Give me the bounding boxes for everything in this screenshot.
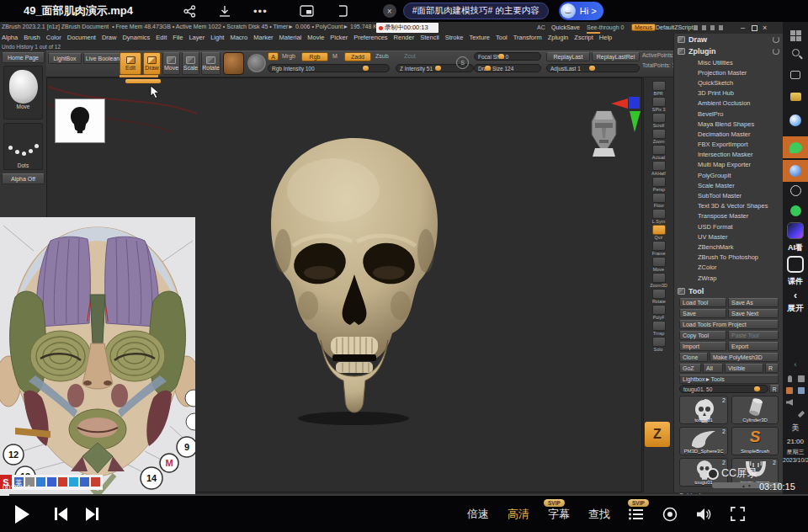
subtool-simplebrush[interactable]: S SimpleBrush xyxy=(731,427,779,455)
courseware-label[interactable]: 课件 xyxy=(783,276,808,287)
lightbox-tools-button[interactable]: Lightbox►Tools xyxy=(679,375,779,384)
scale-button[interactable]: Scale xyxy=(182,52,199,75)
live-boolean-button[interactable]: Live Boolean xyxy=(83,53,122,64)
zplugin-item[interactable]: Maya Blend Shapes xyxy=(674,119,783,129)
right-shelf-button[interactable]: Solo xyxy=(646,337,672,352)
windows-icon[interactable] xyxy=(783,30,808,41)
tool-palette-header[interactable]: Tool xyxy=(674,285,783,297)
menu-item[interactable]: Zplugin xyxy=(548,34,569,41)
quality-button[interactable]: 高清 xyxy=(508,507,529,522)
close-window-button[interactable]: × xyxy=(763,24,767,32)
stroke-preview[interactable]: Dots xyxy=(3,123,43,170)
draw-button[interactable]: Draw xyxy=(143,52,161,75)
zplugin-item[interactable]: Projection Master xyxy=(674,67,783,77)
ime-indicator[interactable]: 美 xyxy=(783,423,808,434)
assistant-pill[interactable]: Hi > xyxy=(559,2,603,20)
clone-button[interactable]: Clone xyxy=(679,353,708,362)
expand-label[interactable]: 展开 xyxy=(783,303,808,314)
courseware-icon[interactable] xyxy=(783,256,808,273)
menu-item[interactable]: Texture xyxy=(469,34,490,41)
alpha-off-button[interactable]: Alpha Off xyxy=(2,173,45,184)
goz-button[interactable]: GoZ xyxy=(679,364,701,373)
menu-item[interactable]: Help xyxy=(599,34,612,41)
ai-app-label[interactable]: AI看 xyxy=(783,242,808,253)
search-icon[interactable] xyxy=(783,49,808,56)
menu-item[interactable]: Picker xyxy=(330,34,348,41)
menu-item[interactable]: Edit xyxy=(156,34,167,41)
home-page-button[interactable]: Home Page xyxy=(2,52,45,63)
brush-preview[interactable]: Move xyxy=(3,66,43,120)
zplugin-item[interactable]: SubTool Master xyxy=(674,190,783,200)
menu-item[interactable]: Material xyxy=(279,34,302,41)
menu-item[interactable]: Stroke xyxy=(445,34,464,41)
rgb-intensity-slider[interactable]: Rgb Intensity 100 xyxy=(268,64,390,72)
subtool-cylinder3d[interactable]: Cylinder3D xyxy=(731,396,779,424)
right-shelf-button[interactable]: Actual xyxy=(646,145,672,160)
qq-icon[interactable] xyxy=(783,160,808,182)
next-episode-button[interactable] xyxy=(86,508,98,521)
menus-button[interactable]: Menus xyxy=(631,24,656,31)
zscript-button[interactable]: DefaultZScript xyxy=(656,24,693,30)
minimize-button[interactable]: – xyxy=(741,24,745,32)
record-icon[interactable] xyxy=(662,507,678,522)
menu-item[interactable]: Document xyxy=(67,34,96,41)
more-options-icon[interactable]: ••• xyxy=(253,5,268,18)
browser-icon[interactable] xyxy=(783,114,808,126)
close-topic-icon[interactable]: × xyxy=(383,4,396,18)
right-shelf-button[interactable]: Zoom3D xyxy=(646,273,672,288)
quicksave-button[interactable]: QuickSave xyxy=(551,24,580,30)
load-tool-button[interactable]: Load Tool xyxy=(679,298,726,307)
menu-item[interactable]: Movie xyxy=(307,34,324,41)
menu-item[interactable]: Color xyxy=(46,34,61,41)
lightbox-button[interactable]: LightBox xyxy=(48,53,82,64)
pen-tray-icon[interactable] xyxy=(789,411,808,418)
menu-item[interactable]: Stencil xyxy=(420,34,439,41)
right-shelf-button[interactable]: L.Sym xyxy=(646,209,672,224)
green-app-icon[interactable] xyxy=(783,205,808,216)
paste-tool-button[interactable]: Paste Tool xyxy=(728,331,779,340)
save-next-button[interactable]: Save Next xyxy=(728,309,779,318)
menu-item[interactable]: Render xyxy=(394,34,415,41)
zbrush-z-tile[interactable]: Z xyxy=(645,419,670,447)
app-circle-icon[interactable] xyxy=(783,185,808,196)
zplugin-item[interactable]: Decimation Master xyxy=(674,129,783,139)
import-button[interactable]: Import xyxy=(679,342,726,351)
menu-item[interactable]: Layer xyxy=(189,34,205,41)
mrgb-toggle[interactable]: Mrgb xyxy=(282,53,295,59)
rgb-toggle[interactable]: Rgb xyxy=(301,52,328,61)
replay-last-rel-button[interactable]: ReplayLastRel xyxy=(592,52,640,61)
menu-item[interactable]: Transform xyxy=(513,34,542,41)
titlebar-icons[interactable] xyxy=(694,25,727,30)
right-shelf-button[interactable]: SPix 3 xyxy=(646,97,672,112)
find-button[interactable]: 查找 xyxy=(588,507,610,522)
right-shelf-button[interactable]: Floor xyxy=(646,193,672,208)
zplugin-item[interactable]: 3D Print Hub xyxy=(674,88,783,98)
move-button[interactable]: Move xyxy=(162,52,180,75)
right-shelf-button[interactable]: Trnsp xyxy=(646,321,672,336)
zplugin-item[interactable]: Text 3D & Vector Shapes xyxy=(674,201,783,211)
menu-item[interactable]: Preferences xyxy=(354,34,387,41)
zplugin-item[interactable]: Transpose Master xyxy=(674,211,783,221)
folder-icon[interactable] xyxy=(783,93,808,101)
maximize-button[interactable] xyxy=(752,25,758,31)
share-icon[interactable] xyxy=(183,5,196,18)
zcut-toggle[interactable]: Zcut xyxy=(404,53,416,59)
make-polymesh3d-button[interactable]: Make PolyMesh3D xyxy=(710,353,779,362)
menu-item[interactable]: Brush xyxy=(24,34,40,41)
zplugin-item[interactable]: Intersection Masker xyxy=(674,150,783,160)
goz-visible-button[interactable]: Visible xyxy=(725,364,763,373)
right-shelf-button[interactable]: AAHalf xyxy=(646,161,672,176)
goz-all-button[interactable]: All xyxy=(703,364,723,373)
right-shelf-button[interactable]: Rotate xyxy=(646,289,672,304)
zplugin-item[interactable]: PolyGroupIt xyxy=(674,170,783,180)
right-shelf-button[interactable]: Qvz xyxy=(646,225,672,240)
menu-item[interactable]: Draw xyxy=(102,34,117,41)
right-shelf-button[interactable]: BPR xyxy=(646,81,672,96)
anchor-toggle[interactable]: A xyxy=(268,52,279,61)
subtitles-button[interactable]: 字幕 xyxy=(548,507,570,522)
edit-button[interactable]: Edit xyxy=(120,52,141,75)
ai-app-icon[interactable] xyxy=(783,222,808,239)
zplugin-item[interactable]: Misc Utilities xyxy=(674,57,783,67)
speed-button[interactable]: 倍速 xyxy=(467,507,489,522)
zplugin-item[interactable]: QuickSketch xyxy=(674,77,783,88)
